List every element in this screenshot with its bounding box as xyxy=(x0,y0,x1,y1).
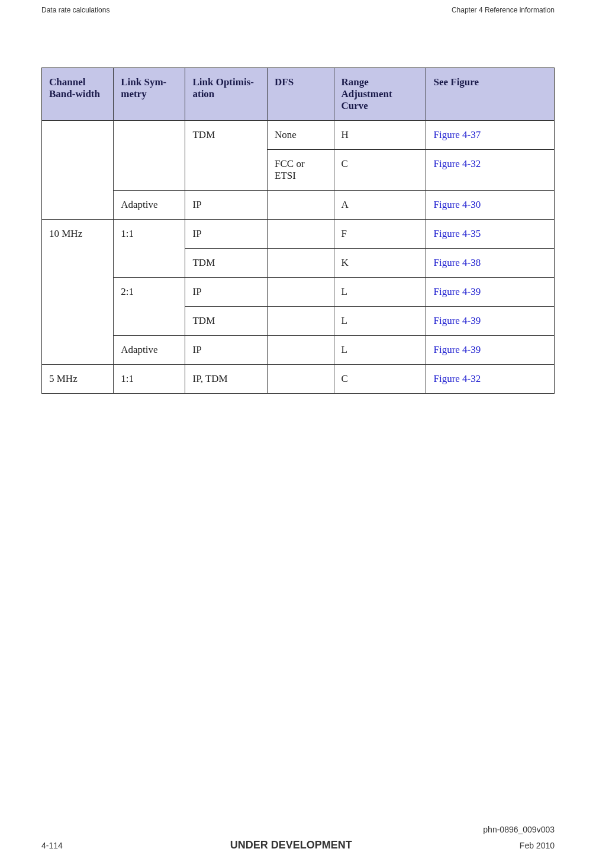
cell-optimisation: TDM xyxy=(185,121,268,191)
page-header: Data rate calculations Chapter 4 Referen… xyxy=(0,0,596,14)
figure-link[interactable]: Figure 4-37 xyxy=(433,129,481,140)
cell-dfs xyxy=(268,191,334,220)
cell-dfs xyxy=(268,365,334,394)
cell-dfs: None xyxy=(268,121,334,150)
cell-dfs xyxy=(268,336,334,365)
cell-symmetry xyxy=(114,121,185,191)
table-row: 2:1 IP L Figure 4-39 xyxy=(42,278,555,307)
cell-optimisation: IP xyxy=(185,220,268,249)
cell-dfs xyxy=(268,220,334,249)
footer-doc-id: phn-0896_009v003 xyxy=(41,825,555,834)
cell-figure: Figure 4-32 xyxy=(426,150,555,191)
cell-bandwidth: 5 MHz xyxy=(42,365,114,394)
th-range-adjustment: Range Adjustment Curve xyxy=(334,68,426,121)
cell-range: C xyxy=(334,150,426,191)
cell-range: L xyxy=(334,307,426,336)
header-left: Data rate calculations xyxy=(41,6,109,14)
table-row: TDM None H Figure 4-37 xyxy=(42,121,555,150)
cell-figure: Figure 4-38 xyxy=(426,249,555,278)
cell-range: L xyxy=(334,336,426,365)
figure-link[interactable]: Figure 4-32 xyxy=(433,158,481,169)
cell-optimisation: TDM xyxy=(185,249,268,278)
th-link-optimisation: Link Optimis-ation xyxy=(185,68,268,121)
cell-symmetry: 1:1 xyxy=(114,220,185,278)
cell-symmetry: 2:1 xyxy=(114,278,185,336)
cell-range: H xyxy=(334,121,426,150)
footer-page-number: 4-114 xyxy=(41,841,63,850)
th-dfs: DFS xyxy=(268,68,334,121)
cell-bandwidth: 10 MHz xyxy=(42,220,114,365)
table-header-row: Channel Band-width Link Sym-metry Link O… xyxy=(42,68,555,121)
footer-bottom-row: 4-114 UNDER DEVELOPMENT Feb 2010 xyxy=(41,839,555,851)
figure-link[interactable]: Figure 4-39 xyxy=(433,344,481,355)
cell-optimisation: IP, TDM xyxy=(185,365,268,394)
cell-dfs xyxy=(268,307,334,336)
cell-figure: Figure 4-35 xyxy=(426,220,555,249)
cell-symmetry: 1:1 xyxy=(114,365,185,394)
cell-symmetry: Adaptive xyxy=(114,191,185,220)
th-channel-bandwidth: Channel Band-width xyxy=(42,68,114,121)
figure-link[interactable]: Figure 4-39 xyxy=(433,315,481,326)
figure-link[interactable]: Figure 4-35 xyxy=(433,228,481,239)
cell-dfs xyxy=(268,249,334,278)
th-link-symmetry: Link Sym-metry xyxy=(114,68,185,121)
data-rate-table: Channel Band-width Link Sym-metry Link O… xyxy=(41,67,555,394)
figure-link[interactable]: Figure 4-30 xyxy=(433,199,481,210)
cell-bandwidth xyxy=(42,121,114,220)
cell-symmetry: Adaptive xyxy=(114,336,185,365)
cell-optimisation: TDM xyxy=(185,307,268,336)
footer-date: Feb 2010 xyxy=(520,841,555,850)
cell-range: C xyxy=(334,365,426,394)
page-footer: phn-0896_009v003 4-114 UNDER DEVELOPMENT… xyxy=(0,825,596,851)
cell-figure: Figure 4-30 xyxy=(426,191,555,220)
cell-figure: Figure 4-39 xyxy=(426,278,555,307)
cell-dfs xyxy=(268,278,334,307)
table-container: Channel Band-width Link Sym-metry Link O… xyxy=(0,14,596,394)
cell-figure: Figure 4-39 xyxy=(426,336,555,365)
th-see-figure: See Figure xyxy=(426,68,555,121)
figure-link[interactable]: Figure 4-39 xyxy=(433,286,481,297)
cell-figure: Figure 4-37 xyxy=(426,121,555,150)
table-row: 5 MHz 1:1 IP, TDM C Figure 4-32 xyxy=(42,365,555,394)
cell-optimisation: IP xyxy=(185,278,268,307)
figure-link[interactable]: Figure 4-32 xyxy=(433,373,481,384)
table-row: 10 MHz 1:1 IP F Figure 4-35 xyxy=(42,220,555,249)
cell-range: L xyxy=(334,278,426,307)
cell-range: A xyxy=(334,191,426,220)
table-row: Adaptive IP L Figure 4-39 xyxy=(42,336,555,365)
table-row: Adaptive IP A Figure 4-30 xyxy=(42,191,555,220)
cell-figure: Figure 4-32 xyxy=(426,365,555,394)
cell-dfs: FCC or ETSI xyxy=(268,150,334,191)
cell-figure: Figure 4-39 xyxy=(426,307,555,336)
cell-optimisation: IP xyxy=(185,191,268,220)
cell-range: K xyxy=(334,249,426,278)
header-right: Chapter 4 Reference information xyxy=(452,6,555,14)
footer-status: UNDER DEVELOPMENT xyxy=(230,839,352,851)
cell-optimisation: IP xyxy=(185,336,268,365)
cell-range: F xyxy=(334,220,426,249)
figure-link[interactable]: Figure 4-38 xyxy=(433,257,481,268)
